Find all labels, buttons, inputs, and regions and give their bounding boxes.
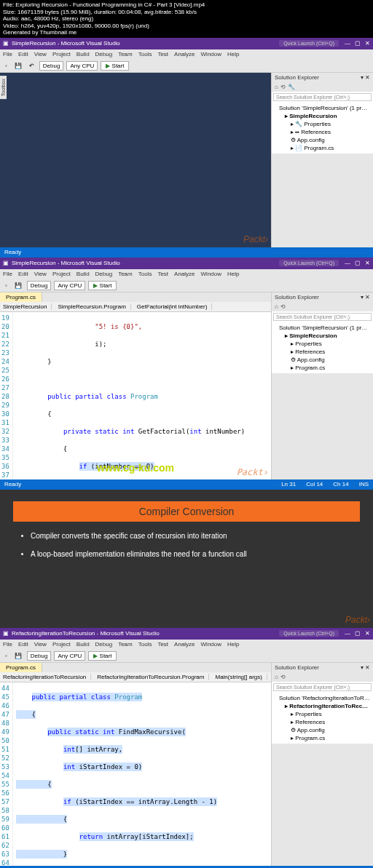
appconfig-node[interactable]: ⚙ App.config — [273, 136, 372, 144]
menu-debug[interactable]: Debug — [95, 641, 113, 648]
nav-back-icon[interactable]: ◦ — [3, 62, 9, 70]
start-button[interactable]: ▶ Start — [88, 281, 117, 290]
menu-tools[interactable]: Tools — [138, 641, 152, 648]
project-node[interactable]: ▸ RefactoringIterationToRecursion — [273, 702, 372, 710]
properties-node[interactable]: ▸ 🔧 Properties — [273, 120, 372, 128]
properties-node[interactable]: ▸ Properties — [273, 710, 372, 718]
menu-help[interactable]: Help — [227, 271, 239, 277]
pin-icon[interactable]: ▾ ✕ — [361, 74, 370, 81]
undo-icon[interactable]: ↶ — [27, 62, 36, 70]
maximize-icon[interactable]: ▢ — [355, 260, 361, 266]
save-icon[interactable]: 💾 — [12, 652, 24, 660]
project-node[interactable]: ▸ SimpleRecursion — [273, 112, 372, 120]
quick-launch[interactable]: Quick Launch (Ctrl+Q) — [279, 40, 339, 47]
appconfig-node[interactable]: ⚙ App.config — [273, 726, 372, 734]
close-icon[interactable]: ✕ — [365, 40, 370, 47]
menu-team[interactable]: Team — [118, 271, 133, 277]
properties-node[interactable]: ▸ Properties — [273, 340, 372, 348]
menu-edit[interactable]: Edit — [18, 271, 28, 277]
platform-dropdown[interactable]: Any CPU — [54, 281, 85, 290]
start-button[interactable]: ▶ Start — [88, 651, 117, 661]
code-content[interactable]: public partial class Program { public st… — [13, 682, 271, 866]
save-icon[interactable]: 💾 — [12, 62, 24, 70]
menu-file[interactable]: File — [3, 51, 12, 57]
code-content[interactable]: "5! is {0}", i); } public partial class … — [13, 312, 271, 479]
save-icon[interactable]: 💾 — [12, 282, 24, 290]
menu-debug[interactable]: Debug — [95, 51, 113, 57]
start-button[interactable]: ▶ Start — [101, 61, 129, 71]
nav-back-icon[interactable]: ◦ — [3, 652, 9, 660]
menu-window[interactable]: Window — [201, 51, 221, 57]
home-icon[interactable]: ⌂ — [275, 674, 278, 680]
menu-analyze[interactable]: Analyze — [174, 641, 195, 648]
maximize-icon[interactable]: ▢ — [355, 630, 361, 637]
pin-icon[interactable]: ▾ ✕ — [361, 294, 370, 300]
code-editor[interactable]: Program.cs RefactoringIterationToRecursi… — [0, 663, 271, 866]
menu-view[interactable]: View — [34, 641, 47, 648]
references-node[interactable]: ▸ ▪▪ References — [273, 128, 372, 136]
menu-project[interactable]: Project — [52, 271, 71, 277]
crumb-method[interactable]: Main(string[] args) — [215, 674, 267, 680]
menu-tools[interactable]: Tools — [138, 271, 152, 277]
config-dropdown[interactable]: Debug — [27, 651, 52, 661]
nav-back-icon[interactable]: ◦ — [3, 282, 9, 290]
menu-tools[interactable]: Tools — [138, 51, 152, 57]
appconfig-node[interactable]: ⚙ App.config — [273, 356, 372, 364]
menu-analyze[interactable]: Analyze — [174, 271, 195, 277]
solution-node[interactable]: Solution 'SimpleRecursion' (1 project) — [273, 104, 372, 112]
platform-dropdown[interactable]: Any CPU — [54, 651, 85, 661]
menu-debug[interactable]: Debug — [95, 271, 113, 277]
crumb-project[interactable]: SimpleRecursion — [3, 303, 52, 310]
solution-search[interactable]: Search Solution Explorer (Ctrl+;) — [273, 683, 372, 691]
refresh-icon[interactable]: ⟲ — [280, 674, 286, 680]
code-editor[interactable]: Program.cs SimpleRecursion SimpleRecursi… — [0, 292, 271, 479]
home-icon[interactable]: ⌂ — [275, 84, 278, 90]
menu-analyze[interactable]: Analyze — [174, 51, 195, 57]
close-icon[interactable]: ✕ — [365, 260, 370, 266]
crumb-class[interactable]: SimpleRecursion.Program — [58, 303, 130, 310]
menu-project[interactable]: Project — [52, 641, 71, 648]
home-icon[interactable]: ⌂ — [275, 303, 278, 310]
pin-icon[interactable]: ▾ ✕ — [361, 664, 370, 671]
config-dropdown[interactable]: Debug — [27, 281, 52, 290]
project-node[interactable]: ▸ SimpleRecursion — [273, 332, 372, 340]
menu-help[interactable]: Help — [227, 51, 239, 57]
crumb-method[interactable]: GetFactorial(int intNumber) — [137, 303, 212, 310]
menu-file[interactable]: File — [3, 271, 12, 277]
refresh-icon[interactable]: ⟲ — [280, 303, 286, 310]
menu-test[interactable]: Test — [157, 641, 168, 648]
solution-node[interactable]: Solution 'RefactoringIterationToRecursio… — [273, 694, 372, 702]
menu-file[interactable]: File — [3, 641, 12, 648]
titlebar[interactable]: ▣ SimpleRecursion - Microsoft Visual Stu… — [0, 38, 373, 49]
menu-team[interactable]: Team — [118, 51, 133, 57]
menu-window[interactable]: Window — [201, 641, 221, 648]
titlebar[interactable]: ▣ RefactoringIterationToRecursion - Micr… — [0, 628, 373, 640]
minimize-icon[interactable]: — — [345, 40, 350, 47]
minimize-icon[interactable]: — — [345, 630, 350, 637]
menu-test[interactable]: Test — [157, 271, 168, 277]
menu-edit[interactable]: Edit — [18, 641, 28, 648]
solution-search[interactable]: Search Solution Explorer (Ctrl+;) — [273, 313, 372, 321]
references-node[interactable]: ▸ References — [273, 348, 372, 356]
tools-icon[interactable]: 🔧 — [288, 84, 295, 90]
close-icon[interactable]: ✕ — [365, 630, 370, 637]
menu-test[interactable]: Test — [157, 51, 168, 57]
quick-launch[interactable]: Quick Launch (Ctrl+Q) — [279, 260, 339, 266]
references-node[interactable]: ▸ References — [273, 718, 372, 726]
quick-launch[interactable]: Quick Launch (Ctrl+Q) — [279, 630, 339, 637]
menu-window[interactable]: Window — [201, 271, 221, 277]
menu-view[interactable]: View — [34, 51, 47, 57]
minimize-icon[interactable]: — — [345, 260, 350, 266]
menu-project[interactable]: Project — [52, 51, 71, 57]
menu-edit[interactable]: Edit — [18, 51, 28, 57]
menu-build[interactable]: Build — [76, 271, 90, 277]
platform-dropdown[interactable]: Any CPU — [66, 61, 98, 71]
editor-tab-program[interactable]: Program.cs — [0, 663, 42, 672]
menu-build[interactable]: Build — [76, 641, 90, 648]
titlebar[interactable]: ▣ SimpleRecursion - Microsoft Visual Stu… — [0, 258, 373, 269]
menu-build[interactable]: Build — [76, 51, 90, 57]
solution-node[interactable]: Solution 'SimpleRecursion' (1 project) — [273, 324, 372, 332]
crumb-class[interactable]: RefactoringIterationToRecursion.Program — [97, 674, 209, 680]
refresh-icon[interactable]: ⟲ — [280, 84, 286, 90]
crumb-project[interactable]: RefactoringIterationToRecursion — [3, 674, 91, 680]
